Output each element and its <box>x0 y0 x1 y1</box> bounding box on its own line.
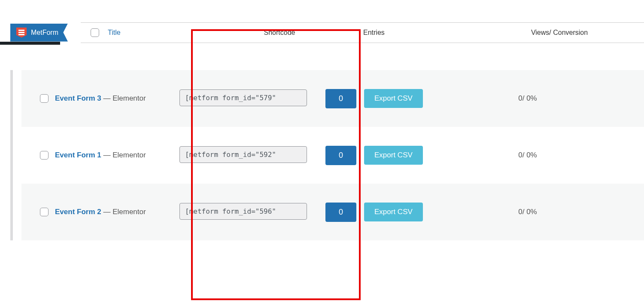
editor-label: Elementor <box>112 208 146 216</box>
entries-count-button[interactable]: 0 <box>325 203 356 222</box>
title-dash: — <box>101 151 112 159</box>
table-header: Title Shortcode Entries Views/ Conversio… <box>81 22 644 43</box>
column-header-entries: Entries <box>350 29 475 37</box>
editor-label: Elementor <box>112 151 146 159</box>
shortcode-input[interactable]: [metform form_id="596" <box>179 203 307 220</box>
title-dash: — <box>101 208 112 216</box>
column-header-views: Views/ Conversion <box>475 29 644 37</box>
metform-icon <box>16 28 27 38</box>
select-all-checkbox[interactable] <box>91 28 99 37</box>
column-header-title[interactable]: Title <box>106 29 209 37</box>
form-title-link[interactable]: Event Form 2 <box>55 208 101 216</box>
row-title-cell: Event Form 3 — Elementor <box>55 94 179 103</box>
shortcode-input[interactable]: [metform form_id="579" <box>179 89 307 106</box>
metform-label: MetForm <box>31 29 58 37</box>
export-csv-button[interactable]: Export CSV <box>364 203 423 221</box>
column-header-shortcode: Shortcode <box>209 29 350 37</box>
export-csv-button[interactable]: Export CSV <box>364 89 423 108</box>
title-dash: — <box>101 94 112 102</box>
entries-count-button[interactable]: 0 <box>325 89 356 108</box>
table-body: Event Form 3 — Elementor [metform form_i… <box>10 70 644 240</box>
entries-count-button[interactable]: 0 <box>325 146 356 165</box>
menu-underline <box>0 42 60 45</box>
row-title-cell: Event Form 1 — Elementor <box>55 151 179 160</box>
row-checkbox[interactable] <box>40 208 49 216</box>
table-row: Event Form 1 — Elementor [metform form_i… <box>21 127 644 184</box>
shortcode-input[interactable]: [metform form_id="592" <box>179 146 307 163</box>
form-title-link[interactable]: Event Form 1 <box>55 151 101 159</box>
row-checkbox[interactable] <box>40 94 49 103</box>
editor-label: Elementor <box>112 94 146 102</box>
views-conversion-value: 0/ 0% <box>454 208 644 216</box>
views-conversion-value: 0/ 0% <box>454 151 644 160</box>
export-csv-button[interactable]: Export CSV <box>364 146 423 165</box>
row-checkbox[interactable] <box>40 151 49 160</box>
metform-menu-item[interactable]: MetForm <box>0 24 68 42</box>
table-row: Event Form 3 — Elementor [metform form_i… <box>21 70 644 127</box>
form-title-link[interactable]: Event Form 3 <box>55 94 101 102</box>
views-conversion-value: 0/ 0% <box>454 94 644 103</box>
table-row: Event Form 2 — Elementor [metform form_i… <box>21 184 644 240</box>
row-title-cell: Event Form 2 — Elementor <box>55 208 179 216</box>
